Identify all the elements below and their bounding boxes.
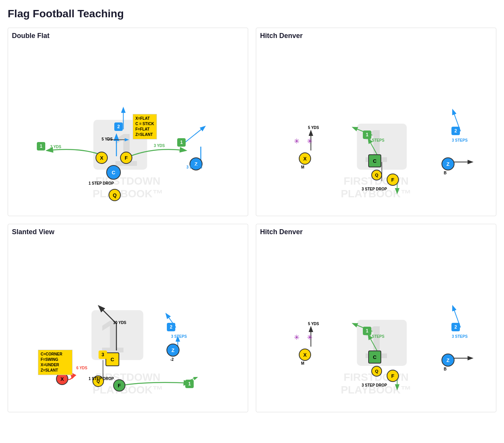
label-6yds-sv: 6 YDS (76, 366, 87, 370)
label-b-h1: B (444, 171, 446, 175)
snap-asterisk2-h1: ✳ (307, 137, 313, 145)
badge-1-h2: 1 (363, 327, 371, 335)
player-f-h2: F (387, 370, 399, 382)
snap-asterisk2-h2: ✳ (307, 333, 313, 342)
label-m2-sv: -2 (170, 357, 174, 362)
label-3yds-right: 3 YDS (154, 144, 165, 148)
player-z-h2: Z (441, 354, 455, 367)
player-q-h2: Q (371, 366, 382, 377)
label-3stepsr-h1: 3 STEPS (452, 138, 468, 142)
player-f-h1: F (387, 174, 399, 186)
player-c-df: C (106, 165, 121, 180)
plays-grid: Double Flat 1 (8, 28, 496, 412)
label-5yds-df: 5 YDS (102, 137, 113, 141)
label-10yds-sv: 10 YDS (113, 321, 126, 325)
play-title-slanted: Slanted View (12, 228, 244, 236)
label-3yds-left: 3 YDS (50, 145, 61, 149)
play-card-double-flat: Double Flat 1 (8, 28, 248, 216)
label-1step-df: 1 STEP DROP (89, 181, 114, 185)
info-box-sv: C=CORNERF=SWINGX=UNDERZ=SLANT (38, 350, 72, 375)
play-card-hitch2: Hitch Denver 1 (256, 224, 496, 412)
label-3stepdrop-h2: 3 STEP DROP (362, 383, 387, 387)
label-5yds-h2: 5 YDS (308, 322, 319, 326)
play-card-slanted: Slanted View 1 (8, 224, 248, 412)
play-card-hitch1: Hitch Denver 1 (256, 28, 496, 216)
player-f-sv: F (113, 379, 125, 392)
play-title-double-flat: Double Flat (12, 32, 244, 40)
play-field-hitch1: 1 (260, 43, 492, 212)
player-f-df: F (120, 152, 132, 164)
label-3stepsr-h2: 3 STEPS (452, 334, 468, 339)
label-1stepdrop-sv: 1 STEP DROP (89, 377, 114, 381)
label-b-h2: B (444, 367, 446, 371)
player-z-sv: Z (166, 344, 180, 357)
badge-2-df: 2 (114, 122, 123, 131)
label-m-h2: M (301, 361, 304, 365)
snap-asterisk-h1: ✳ (294, 137, 300, 145)
player-c-h1: C (368, 154, 381, 167)
label-5yds-h1: 5 YDS (308, 126, 319, 130)
player-x-h1: X (299, 152, 311, 165)
snap-asterisk-h2: ✳ (294, 333, 300, 342)
watermark-df: FIRSTDOWNPLAYBOOK™ (92, 175, 163, 200)
play-title-hitch1: Hitch Denver (260, 32, 492, 40)
label-3steps-sv: 3 STEPS (171, 334, 187, 339)
label-3steps-df: 3 STEPS (186, 165, 202, 169)
play-field-slanted: 1 (12, 239, 244, 408)
badge-1-sv: 1 (185, 380, 194, 388)
label-3steps-h1: 3 STEPS (369, 138, 384, 142)
badge-1l-df: 1 (37, 142, 45, 150)
badge-1-h1: 1 (363, 131, 371, 139)
player-x-h2: X (299, 349, 311, 361)
player-q-h1: Q (371, 170, 382, 180)
page-title: Flag Football Teaching (8, 8, 496, 20)
label-m-h1: M (301, 165, 304, 169)
badge-1r-df: 1 (177, 138, 186, 147)
label-3stepdrop-h1: 3 STEP DROP (362, 187, 387, 191)
player-c-h2: C (368, 350, 381, 364)
play-field-hitch2: 1 (260, 239, 492, 408)
badge-2-h1: 2 (451, 127, 460, 135)
player-z-h1: Z (441, 157, 455, 170)
player-q-df: Q (109, 189, 121, 201)
play-title-hitch2: Hitch Denver (260, 228, 492, 236)
player-c-sv: C (105, 352, 119, 366)
badge-2-h2: 2 (451, 323, 460, 331)
player-x-df: X (96, 152, 108, 164)
info-box-df: X=FLATC = STICKF=FLATZ=SLANT (133, 114, 157, 139)
badge-2-sv: 2 (167, 323, 175, 331)
play-field-double-flat: 1 (12, 43, 244, 212)
label-3steps-h2: 3 STEPS (369, 334, 384, 339)
badge-3-sv: 3 (99, 350, 107, 359)
